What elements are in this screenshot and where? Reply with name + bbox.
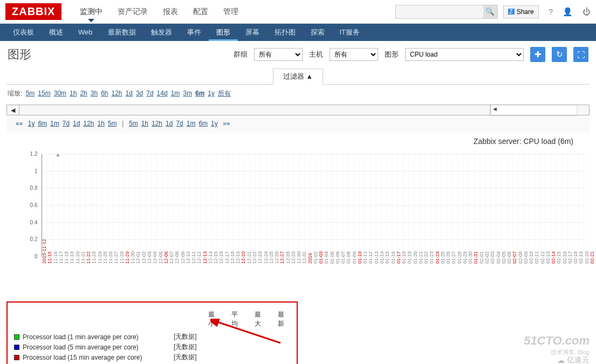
share-button[interactable]: ZShare	[503, 5, 539, 18]
topnav-item-1[interactable]: 资产记录	[110, 2, 155, 22]
power-icon[interactable]: ⏻	[583, 7, 591, 16]
legend-swatch	[14, 334, 19, 340]
zoom-1m[interactable]: 1m	[171, 90, 180, 97]
search-input[interactable]	[396, 8, 483, 16]
navr-12h[interactable]: 12h	[152, 120, 162, 127]
xtick: 11-20	[75, 251, 80, 264]
navr-5m[interactable]: 5m	[129, 120, 138, 127]
nav-last[interactable]: »»	[223, 120, 230, 127]
xtick: 12-30	[296, 251, 302, 264]
group-select[interactable]: 所有	[254, 48, 303, 61]
topnav-item-4[interactable]: 管理	[216, 2, 246, 22]
navl-1m[interactable]: 1m	[50, 120, 59, 127]
time-nav-row: «« 1y6m1m7d1d12h1h5m | 5m1h12h1d7d1m6m1y…	[6, 118, 590, 133]
fullscreen-button[interactable]: ⛶	[573, 47, 588, 62]
navl-1y[interactable]: 1y	[28, 120, 35, 127]
xtick: 02-06	[506, 251, 512, 264]
topnav-item-0[interactable]: 监测中	[72, 2, 110, 22]
navr-1y[interactable]: 1y	[211, 120, 218, 127]
subnav-item-5[interactable]: 事件	[180, 24, 209, 41]
page-title: 图形	[8, 46, 227, 63]
timeline-next[interactable]	[577, 105, 590, 115]
zoom-7d[interactable]: 7d	[146, 90, 153, 97]
user-icon[interactable]: 👤	[563, 7, 573, 17]
navr-1d[interactable]: 1d	[166, 120, 173, 127]
navl-1h[interactable]: 1h	[97, 120, 104, 127]
timeline-track[interactable]	[19, 105, 490, 115]
xtick: 12-17	[224, 251, 230, 264]
subnav-item-0[interactable]: 仪表板	[5, 24, 42, 41]
subnav-item-7[interactable]: 屏幕	[238, 24, 267, 41]
subnav-item-10[interactable]: IT服务	[332, 24, 368, 41]
xtick: 12-24	[263, 251, 269, 264]
navr-7d[interactable]: 7d	[176, 120, 183, 127]
timeline-prev[interactable]: ◀	[6, 105, 19, 115]
topnav-item-3[interactable]: 配置	[186, 2, 216, 22]
zoom-1d[interactable]: 1d	[126, 90, 133, 97]
zoom-3h[interactable]: 3h	[91, 90, 98, 97]
zoom-15m[interactable]: 15m	[38, 90, 50, 97]
zoom-6m[interactable]: 6m	[195, 90, 204, 97]
subnav-item-9[interactable]: 探索	[303, 24, 332, 41]
xtick: 12-04	[152, 251, 157, 264]
zoom-1h[interactable]: 1h	[70, 90, 77, 97]
xtick: 12-03	[147, 251, 152, 264]
xtick: 01-14	[379, 251, 385, 264]
navr-6m[interactable]: 6m	[198, 120, 208, 127]
subnav-item-6[interactable]: 图形	[209, 24, 238, 41]
group-label: 群组	[234, 50, 248, 59]
navr-1h[interactable]: 1h	[141, 120, 148, 127]
xtick: 01-02	[313, 251, 318, 264]
refresh-button[interactable]: ↻	[552, 47, 567, 62]
chart-x-axis: 2015-11-1211-1511-1611-1711-1811-1911-20…	[42, 264, 590, 296]
xtick: 12-07	[169, 251, 174, 264]
host-label: 主机	[309, 50, 323, 59]
xtick: 01-07	[340, 251, 346, 264]
host-select[interactable]: 所有	[330, 48, 378, 61]
zoom-2h[interactable]: 2h	[80, 90, 87, 97]
subnav-item-1[interactable]: 概述	[42, 24, 71, 41]
xtick: 02-20	[584, 251, 590, 264]
zoom-6h[interactable]: 6h	[101, 90, 108, 97]
timeline-handle[interactable]	[490, 105, 577, 115]
subnav-item-3[interactable]: 最新数据	[100, 24, 143, 41]
filter-toggle[interactable]: 过滤器 ▲	[273, 68, 323, 85]
navr-1m[interactable]: 1m	[187, 120, 196, 127]
svg-text:0.6: 0.6	[30, 202, 38, 208]
xtick: 2015-11-12	[42, 239, 47, 264]
svg-text:0.2: 0.2	[30, 236, 38, 242]
zoom-5m[interactable]: 5m	[26, 90, 35, 97]
navl-12h[interactable]: 12h	[83, 120, 94, 127]
graph-select[interactable]: CPU load	[405, 48, 524, 61]
xtick: 01-20	[413, 251, 418, 264]
zoom-14d[interactable]: 14d	[157, 90, 168, 97]
zoom-3d[interactable]: 3d	[136, 90, 143, 97]
subnav-item-2[interactable]: Web	[71, 24, 100, 41]
zoom-30m[interactable]: 30m	[54, 90, 66, 97]
xtick: 01-28	[457, 251, 462, 264]
navl-1d[interactable]: 1d	[73, 120, 80, 127]
search-button[interactable]: 🔍	[483, 5, 497, 18]
navl-7d[interactable]: 7d	[63, 120, 70, 127]
xtick: 12-21	[246, 251, 252, 264]
nav-first[interactable]: ««	[16, 120, 23, 127]
subnav-item-4[interactable]: 触发器	[143, 24, 180, 41]
xtick: 12-11	[191, 251, 196, 264]
subnav-item-8[interactable]: 拓扑图	[267, 24, 303, 41]
legend-swatch	[14, 355, 19, 360]
help-icon[interactable]: ?	[549, 7, 553, 16]
xtick: 02-08	[518, 251, 523, 264]
xtick: 01-16	[391, 251, 396, 264]
zoom-所有[interactable]: 所有	[218, 90, 231, 97]
navl-6m[interactable]: 6m	[38, 120, 47, 127]
xtick: 12-15	[213, 251, 218, 264]
zoom-12h[interactable]: 12h	[111, 90, 122, 97]
topnav-item-2[interactable]: 报表	[155, 2, 186, 22]
xtick: 12-10	[186, 251, 191, 264]
logo[interactable]: ZABBIX	[5, 3, 61, 20]
xtick: 02-17	[567, 251, 573, 264]
navl-5m[interactable]: 5m	[108, 120, 117, 127]
add-favorite-button[interactable]: ✚	[530, 47, 545, 62]
zoom-1y[interactable]: 1y	[208, 90, 215, 97]
zoom-3m[interactable]: 3m	[183, 90, 192, 97]
